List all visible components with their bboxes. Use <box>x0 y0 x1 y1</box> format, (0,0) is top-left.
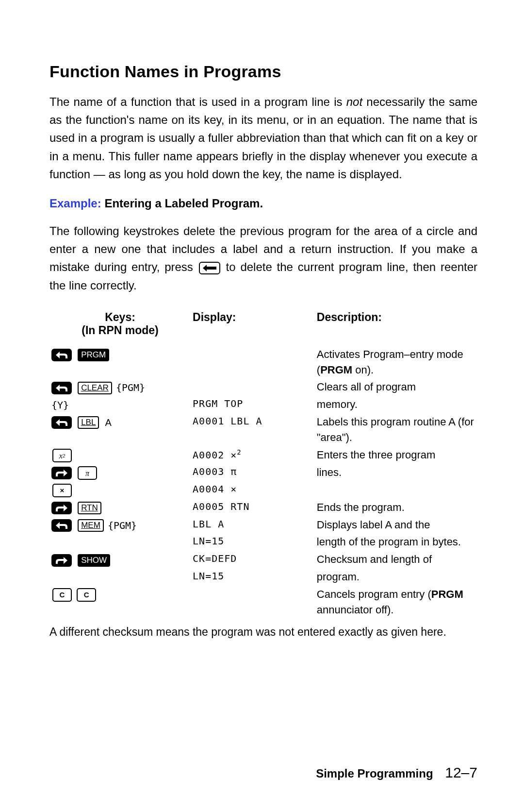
table-row: × A0004 × <box>49 481 477 499</box>
desc-cell: Labels this program routine A (for "area… <box>315 413 477 446</box>
footer-page-number: 12–7 <box>445 764 477 780</box>
example-heading: Example: Entering a Labeled Program. <box>49 197 477 210</box>
desc-cell: program. <box>315 568 477 586</box>
display-cell <box>191 346 315 379</box>
d12c: annunciator off). <box>317 604 394 616</box>
x2-base: x <box>59 450 63 461</box>
display-cell: A0001 LBL A <box>191 413 315 446</box>
display-cell: A0002 ×2 <box>191 446 315 464</box>
section-title: Function Names in Programs <box>49 62 477 81</box>
display-cell: LBL A <box>191 516 315 534</box>
example-title: Entering a Labeled Program. <box>101 197 263 210</box>
table-row: SHOW CK=DEFD Checksum and length of <box>49 551 477 568</box>
right-shift-icon <box>51 554 72 567</box>
desc-cell: lines. <box>315 464 477 481</box>
desc-cell: Checksum and length of <box>315 551 477 568</box>
prgm-key: PRGM <box>78 349 109 361</box>
d12b: PRGM <box>431 588 463 600</box>
table-row: C C Cancels program entry (PRGM annuncia… <box>49 586 477 619</box>
table-row: {Y} PRGM TOP memory. <box>49 396 477 413</box>
d12a: Cancels program entry ( <box>317 588 431 600</box>
pi-key: π <box>78 466 97 480</box>
display-cell: A0005 RTN <box>191 499 315 516</box>
left-shift-icon <box>51 382 72 394</box>
desc-cell: Activates Program–entry mode (PRGM on). <box>315 346 477 379</box>
manual-page: Function Names in Programs The name of a… <box>0 0 524 812</box>
intro-paragraph: The name of a function that is used in a… <box>49 93 477 183</box>
display-cell: LN=15 <box>191 568 315 586</box>
table-row: MEM {PGM} LBL A Displays label A and the <box>49 516 477 534</box>
display-cell: A0004 × <box>191 481 315 499</box>
desc-cell: Ends the program. <box>315 499 477 516</box>
table-row: π A0003 π lines. <box>49 464 477 481</box>
multiply-key: × <box>52 484 72 497</box>
x2-sup: 2 <box>63 452 66 459</box>
footer-chapter: Simple Programming <box>316 767 433 780</box>
pgm-menu: {PGM} <box>108 519 137 531</box>
backspace-key-icon <box>199 262 220 274</box>
desc-cell: Displays label A and the <box>315 516 477 534</box>
desc-cell: length of the program in bytes. <box>315 533 477 551</box>
table-row: LN=15 program. <box>49 568 477 586</box>
d4s: 2 <box>237 448 241 456</box>
col-keys-header: Keys: (In RPN mode) <box>49 308 191 346</box>
display-cell <box>191 378 315 396</box>
display-cell: LN=15 <box>191 533 315 551</box>
desc-cell: Cancels program entry (PRGM annunciator … <box>315 586 477 619</box>
desc-cell: Enters the three program <box>315 446 477 464</box>
col-display-header: Display: <box>191 308 315 346</box>
example-paragraph: The following keystrokes delete the prev… <box>49 222 477 294</box>
show-key: SHOW <box>78 554 110 567</box>
display-cell: A0003 π <box>191 464 315 481</box>
d0c: on). <box>352 364 374 376</box>
d0b: PRGM <box>320 364 352 376</box>
clear-key: CLEAR <box>78 382 112 394</box>
example-label: Example: <box>49 197 101 210</box>
p1a: The name of a function that is used in a… <box>49 95 346 108</box>
desc-cell: memory. <box>315 396 477 413</box>
display-cell: PRGM TOP <box>191 396 315 413</box>
left-shift-icon <box>51 416 72 429</box>
x-squared-key: x2 <box>52 449 72 462</box>
right-shift-icon <box>51 502 72 514</box>
right-shift-icon <box>51 467 72 479</box>
footnote: A different checksum means the program w… <box>49 626 477 639</box>
table-row: CLEAR {PGM} Clears all of program <box>49 378 477 396</box>
table-row: x2 A0002 ×2 Enters the three program <box>49 446 477 464</box>
col-keys-l1: Keys: <box>105 311 135 323</box>
left-shift-icon <box>51 519 72 532</box>
c-key: C <box>77 588 96 602</box>
col-keys-l2: (In RPN mode) <box>82 324 158 337</box>
arg-A: A <box>105 417 112 428</box>
p1-not: not <box>346 95 362 108</box>
table-row: PRGM Activates Program–entry mode (PRGM … <box>49 346 477 379</box>
table-row: RTN A0005 RTN Ends the program. <box>49 499 477 516</box>
col-desc-header: Description: <box>315 308 477 346</box>
c-key: C <box>52 588 72 602</box>
desc-cell <box>315 481 477 499</box>
display-cell: CK=DEFD <box>191 551 315 568</box>
pgm-menu: {PGM} <box>116 382 145 393</box>
desc-cell: Clears all of program <box>315 378 477 396</box>
display-cell <box>191 586 315 619</box>
mem-key: MEM <box>78 519 104 532</box>
table-row: LBL A A0001 LBL A Labels this program ro… <box>49 413 477 446</box>
lbl-key: LBL <box>78 416 99 429</box>
d4: A0002 × <box>193 449 237 461</box>
rtn-key: RTN <box>78 502 101 514</box>
table-row: LN=15 length of the program in bytes. <box>49 533 477 551</box>
page-footer: Simple Programming 12–7 <box>316 764 477 781</box>
left-shift-icon <box>51 349 72 361</box>
y-menu: {Y} <box>51 399 69 411</box>
keystroke-table: Keys: (In RPN mode) Display: Description… <box>49 308 477 619</box>
